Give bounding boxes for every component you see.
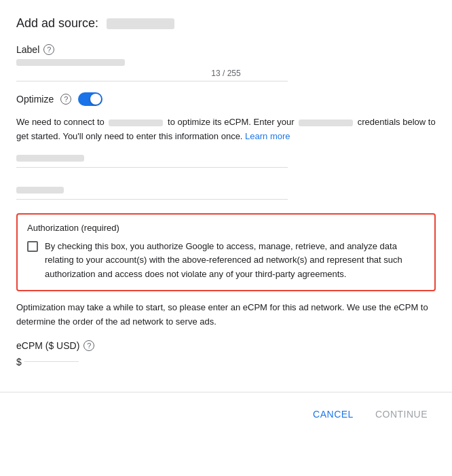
auth-checkbox-text: By checking this box, you authorize Goog…: [45, 240, 425, 282]
field-1-value-bar: [16, 155, 84, 162]
label-input-value: [16, 59, 125, 66]
network-name-placeholder: [109, 120, 163, 126]
ad-source-name-placeholder: [107, 18, 174, 29]
dialog-footer: CANCEL CONTINUE: [0, 392, 452, 436]
label-field-label: Label: [16, 44, 39, 55]
ecpm-help-icon[interactable]: ?: [83, 340, 94, 351]
credentials-placeholder: [299, 120, 353, 126]
ecpm-label: eCPM ($ USD): [16, 340, 79, 351]
ecpm-value-row: $: [16, 356, 436, 367]
label-help-icon[interactable]: ?: [43, 44, 54, 55]
ecpm-row: eCPM ($ USD) ?: [16, 340, 436, 351]
char-count: 13 / 255: [16, 69, 436, 78]
ecpm-input-underline: [24, 361, 79, 362]
credential-field-2: [16, 176, 436, 200]
continue-button[interactable]: CONTINUE: [367, 403, 436, 425]
toggle-knob: [90, 94, 101, 105]
label-field-row: Label ?: [16, 44, 436, 55]
field-2-value-bar: [16, 187, 64, 194]
auth-title: Authorization (required): [27, 223, 425, 233]
optimization-note: Optimization may take a while to start, …: [16, 301, 436, 329]
optimize-toggle[interactable]: [78, 92, 102, 106]
desc-after-network: to optimize its eCPM. Enter your: [168, 117, 297, 127]
add-ad-source-dialog: Add ad source: Label ? 13 / 255 Optimize…: [0, 0, 452, 381]
dialog-title: Add ad source:: [16, 16, 98, 31]
learn-more-link[interactable]: Learn more: [245, 131, 290, 141]
ecpm-dollar-sign: $: [16, 356, 22, 367]
dialog-title-row: Add ad source:: [16, 16, 436, 31]
description-text: We need to connect to to optimize its eC…: [16, 115, 436, 144]
optimize-row: Optimize ?: [16, 92, 436, 106]
field-1-underline: [16, 167, 288, 168]
credential-field-1: [16, 155, 436, 168]
authorization-box: Authorization (required) By checking thi…: [16, 213, 436, 291]
auth-checkbox-row: By checking this box, you authorize Goog…: [27, 240, 425, 282]
label-input-underline: [16, 81, 288, 81]
optimize-label: Optimize: [16, 94, 54, 105]
cancel-button[interactable]: CANCEL: [305, 403, 362, 425]
desc-before-network: We need to connect to: [16, 117, 105, 127]
auth-checkbox[interactable]: [27, 241, 38, 252]
optimize-help-icon[interactable]: ?: [60, 94, 71, 105]
field-2-underline: [16, 199, 288, 200]
